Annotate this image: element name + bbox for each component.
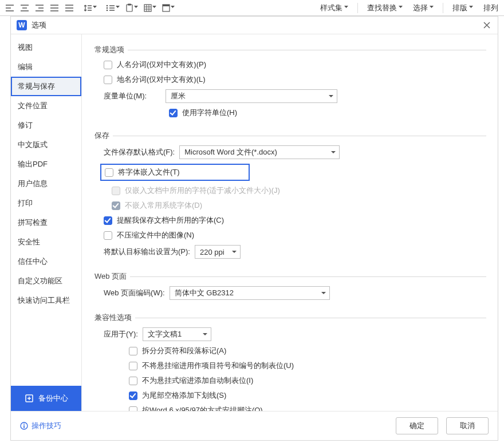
svg-point-2 (107, 9, 108, 11)
svg-rect-11 (23, 425, 25, 428)
label-char-unit: 使用字符单位(H) (182, 108, 237, 118)
label-apply-to: 应用于(Y): (104, 329, 138, 339)
svg-rect-4 (128, 3, 131, 5)
checkbox-warn-font[interactable] (104, 216, 112, 225)
nav-edit[interactable]: 编辑 (11, 57, 81, 77)
select-measure-unit[interactable]: 厘米 (166, 89, 337, 103)
header-footer-icon[interactable] (160, 3, 176, 13)
checkbox-name-seg[interactable] (104, 61, 112, 69)
label-no-embed-sysfont: 不嵌入常用系统字体(D) (125, 200, 202, 211)
label-warn-font: 提醒我保存文档中所用的字体(C) (117, 215, 224, 226)
checkbox-no-compress-img[interactable] (104, 231, 112, 240)
svg-rect-5 (144, 5, 151, 11)
tips-link[interactable]: 操作技巧 (20, 421, 61, 431)
select-default-ppi[interactable]: 220 ppi (195, 245, 241, 259)
section-compat: 兼容性选项 应用于(Y): 文字文稿1 拆分分页符和段落标记(A) 不将悬挂缩进… (96, 313, 486, 411)
label-measure-unit: 度量单位(M): (104, 91, 161, 101)
info-icon (20, 422, 28, 430)
nav-user-info[interactable]: 用户信息 (11, 174, 81, 193)
checkbox-no-hanging-bullet[interactable] (129, 362, 137, 370)
label-no-hanging-autotab: 不为悬挂式缩进添加自动制表位(I) (142, 375, 253, 386)
nav-view[interactable]: 视图 (11, 38, 81, 57)
label-default-ppi: 将默认目标输出设置为(P): (104, 247, 190, 257)
svg-rect-3 (127, 5, 132, 11)
app-icon: W (17, 20, 27, 30)
cancel-button[interactable]: 取消 (446, 417, 489, 434)
section-save: 保存 文件保存默认格式(F): Microsoft Word 文件(*.docx… (96, 130, 486, 263)
menu-find-replace[interactable]: 查找替换 (365, 3, 405, 13)
nav-customize-ribbon[interactable]: 自定义功能区 (11, 271, 81, 291)
svg-point-1 (107, 7, 108, 9)
label-embed-used-chars: 仅嵌入文档中所用的字符(适于减小文件大小)(J) (125, 185, 280, 196)
options-dialog: W 选项 视图 编辑 常规与保存 文件位置 修订 中文版式 输出PDF 用户信息… (10, 16, 498, 441)
legend-save: 保存 (94, 130, 113, 141)
align-justify-icon[interactable] (48, 3, 61, 13)
line-spacing-icon[interactable] (81, 3, 99, 13)
checkbox-embed-font[interactable] (105, 168, 113, 177)
close-button[interactable] (482, 20, 492, 30)
section-general: 常规选项 人名分词(仅对中文有效)(P) 地名分词(仅对中文有效)(L) 度量单… (96, 45, 486, 122)
menu-arrange-1[interactable]: 排版 (450, 3, 475, 13)
checkbox-split-pagebreak[interactable] (129, 347, 137, 355)
label-embed-font: 将字体嵌入文件(T) (118, 167, 180, 177)
highlight-embed-font: 将字体嵌入文件(T) (100, 164, 250, 181)
app-toolbar: 样式集 查找替换 选择 排版 排列 (0, 0, 504, 16)
table-icon[interactable] (142, 3, 158, 13)
align-right-icon[interactable] (33, 3, 46, 13)
checkbox-no-hanging-autotab[interactable] (129, 377, 137, 385)
options-sidebar: 视图 编辑 常规与保存 文件位置 修订 中文版式 输出PDF 用户信息 打印 拼… (11, 34, 82, 411)
backup-center-button[interactable]: 备份中心 (11, 386, 81, 411)
nav-print[interactable]: 打印 (11, 193, 81, 213)
label-word6-footnote: 按Word 6.x/95/97的方式安排脚注(O) (142, 405, 263, 411)
menu-styleset[interactable]: 样式集 (318, 3, 351, 13)
nav-security[interactable]: 安全性 (11, 232, 81, 252)
checkbox-place-seg[interactable] (104, 76, 112, 84)
svg-point-0 (107, 5, 108, 6)
label-split-pagebreak: 拆分分页符和段落标记(A) (142, 346, 226, 356)
select-default-format[interactable]: Microsoft Word 文件(*.docx) (179, 145, 340, 159)
menu-arrange-2[interactable]: 排列 (481, 3, 501, 13)
paste-icon[interactable] (124, 2, 140, 14)
section-web: Web 页面 Web 页面编码(W): 简体中文 GB2312 (96, 271, 486, 304)
legend-compat: 兼容性选项 (94, 313, 135, 323)
nav-cjk-layout[interactable]: 中文版式 (11, 135, 81, 155)
align-center-icon[interactable] (18, 3, 31, 13)
align-distribute-icon[interactable] (63, 3, 76, 13)
legend-web: Web 页面 (94, 271, 130, 282)
checkbox-char-unit[interactable] (169, 109, 178, 117)
nav-export-pdf[interactable]: 输出PDF (11, 155, 81, 174)
dialog-footer: 操作技巧 确定 取消 (11, 411, 498, 440)
nav-quick-access[interactable]: 快速访问工具栏 (11, 291, 81, 310)
dialog-title: 选项 (32, 20, 477, 30)
select-apply-to[interactable]: 文字文稿1 (143, 327, 211, 341)
menu-select[interactable]: 选择 (411, 3, 436, 13)
label-no-compress-img: 不压缩文件中的图像(N) (117, 230, 194, 240)
checkbox-trailing-underline[interactable] (129, 391, 137, 400)
dialog-titlebar: W 选项 (11, 17, 498, 34)
label-trailing-underline: 为尾部空格添加下划线(S) (142, 390, 226, 401)
checkbox-no-embed-sysfont (112, 201, 120, 210)
legend-general: 常规选项 (94, 45, 128, 55)
bullet-list-icon[interactable] (104, 3, 121, 13)
checkbox-embed-used-chars (112, 187, 120, 195)
label-default-format: 文件保存默认格式(F): (104, 147, 175, 157)
label-web-encoding: Web 页面编码(W): (104, 288, 165, 298)
align-left-icon[interactable] (3, 3, 16, 13)
label-place-seg: 地名分词(仅对中文有效)(L) (117, 74, 206, 85)
nav-general-save[interactable]: 常规与保存 (11, 77, 81, 96)
svg-point-10 (23, 424, 25, 425)
label-no-hanging-bullet: 不将悬挂缩进用作项目符号和编号的制表位(U) (142, 361, 294, 371)
nav-spellcheck[interactable]: 拼写检查 (11, 213, 81, 232)
options-content: 常规选项 人名分词(仅对中文有效)(P) 地名分词(仅对中文有效)(L) 度量单… (82, 34, 498, 411)
label-name-seg: 人名分词(仅对中文有效)(P) (117, 60, 206, 70)
select-web-encoding[interactable]: 简体中文 GB2312 (170, 286, 330, 300)
ok-button[interactable]: 确定 (396, 417, 438, 434)
svg-rect-7 (163, 5, 170, 6)
nav-trust-center[interactable]: 信任中心 (11, 252, 81, 271)
nav-file-location[interactable]: 文件位置 (11, 96, 81, 116)
nav-revision[interactable]: 修订 (11, 116, 81, 135)
checkbox-word6-footnote[interactable] (129, 406, 137, 412)
